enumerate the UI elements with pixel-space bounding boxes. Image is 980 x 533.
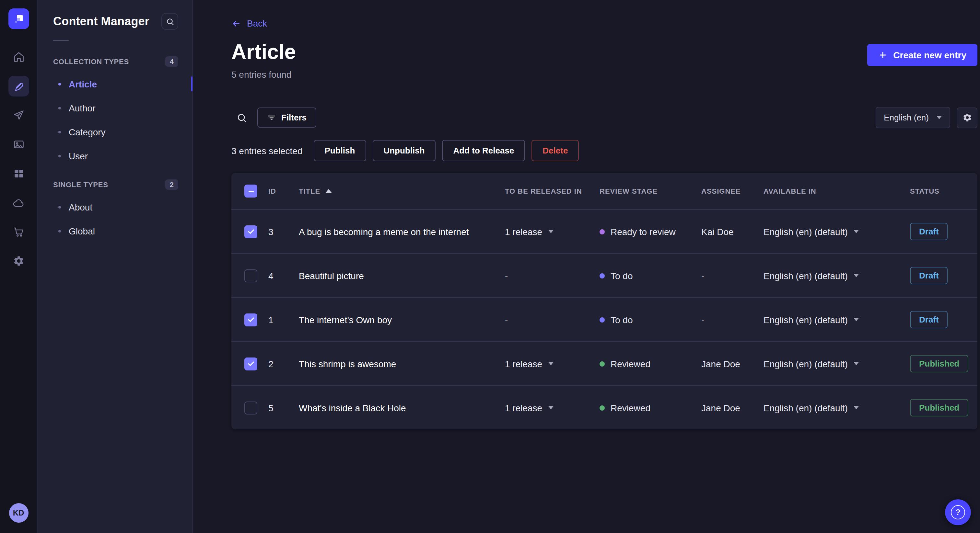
sidebar-item-label: Global <box>69 226 95 236</box>
cell-id: 3 <box>268 226 299 237</box>
column-header-id[interactable]: ID <box>268 187 299 195</box>
content-manager-icon[interactable] <box>8 76 29 97</box>
row-checkbox[interactable] <box>244 401 257 414</box>
column-header-title[interactable]: TITLE <box>299 187 505 195</box>
home-icon[interactable] <box>8 47 29 67</box>
chevron-down-icon <box>548 230 553 233</box>
page-title: Article <box>231 41 296 63</box>
unpublish-button[interactable]: Unpublish <box>372 140 436 161</box>
filters-button[interactable]: Filters <box>257 108 316 128</box>
table-header: ID TITLE TO BE RELEASED IN REVIEW STAGE … <box>231 173 977 209</box>
back-link[interactable]: Back <box>231 18 267 29</box>
sidebar-item-user[interactable]: User <box>38 144 192 168</box>
stage-dot-icon <box>600 273 605 278</box>
row-checkbox[interactable] <box>244 313 257 326</box>
stage-dot-icon <box>600 361 605 366</box>
stage-dot-icon <box>600 229 605 234</box>
cell-title: The internet's Own boy <box>299 314 505 325</box>
cell-available-in[interactable]: English (en) (default) <box>764 270 910 281</box>
sidebar-divider <box>53 40 69 41</box>
sidebar-item-author[interactable]: Author <box>38 96 192 120</box>
cell-assignee: - <box>701 314 764 325</box>
cell-status: Published <box>910 355 977 373</box>
gear-icon[interactable] <box>8 251 29 271</box>
cloud-icon[interactable] <box>8 192 29 213</box>
sidebar-item-category[interactable]: Category <box>38 120 192 144</box>
strapi-logo[interactable] <box>8 8 29 29</box>
entries-count: 5 entries found <box>231 69 296 80</box>
table-row[interactable]: 1 The internet's Own boy - To do - Engli… <box>231 297 977 341</box>
delete-button[interactable]: Delete <box>531 140 579 161</box>
cell-assignee: Jane Doe <box>701 403 764 413</box>
create-new-entry-button[interactable]: Create new entry <box>867 44 977 66</box>
bullet-icon <box>58 206 61 208</box>
column-header-release[interactable]: TO BE RELEASED IN <box>505 187 600 195</box>
media-library-icon[interactable] <box>8 134 29 155</box>
table-row[interactable]: 4 Beautiful picture - To do - English (e… <box>231 253 977 297</box>
cell-status: Draft <box>910 311 977 328</box>
filter-icon <box>267 113 276 122</box>
column-header-status[interactable]: STATUS <box>910 187 977 195</box>
row-checkbox[interactable] <box>244 357 257 370</box>
cell-release[interactable]: 1 release <box>505 359 600 369</box>
row-checkbox[interactable] <box>244 225 257 238</box>
status-badge: Published <box>910 355 968 373</box>
status-badge: Draft <box>910 223 948 240</box>
status-badge: Draft <box>910 267 948 284</box>
cell-assignee: - <box>701 270 764 281</box>
section-count-badge: 2 <box>165 179 178 190</box>
app-window: KD Content Manager COLLECTION TYPES 4 Ar… <box>0 0 980 533</box>
cell-available-in[interactable]: English (en) (default) <box>764 314 910 325</box>
sidebar-item-about[interactable]: About <box>38 195 192 219</box>
column-header-available-in[interactable]: AVAILABLE IN <box>764 187 910 195</box>
row-checkbox[interactable] <box>244 269 257 282</box>
cell-id: 2 <box>268 359 299 369</box>
bullet-icon <box>58 106 61 109</box>
cart-icon[interactable] <box>8 222 29 242</box>
sidebar-title: Content Manager <box>53 14 150 28</box>
cell-id: 4 <box>268 270 299 281</box>
add-to-release-button[interactable]: Add to Release <box>442 140 525 161</box>
search-icon <box>237 113 247 123</box>
status-badge: Draft <box>910 311 948 328</box>
search-icon <box>165 17 174 25</box>
sidebar-item-article[interactable]: Article <box>38 72 192 96</box>
strapi-logo-icon <box>13 13 24 25</box>
table-row[interactable]: 5 What's inside a Black Hole 1 release R… <box>231 385 977 429</box>
user-avatar[interactable]: KD <box>9 503 28 523</box>
sidebar-item-label: About <box>69 202 92 212</box>
layout-grid-icon[interactable] <box>8 163 29 184</box>
cell-title: This shrimp is awesome <box>299 359 505 369</box>
paper-plane-icon[interactable] <box>8 105 29 125</box>
main-nav: KD <box>0 0 38 533</box>
table-row[interactable]: 2 This shrimp is awesome 1 release Revie… <box>231 341 977 385</box>
arrow-left-icon <box>231 19 241 28</box>
cell-available-in[interactable]: English (en) (default) <box>764 403 910 413</box>
view-settings-button[interactable] <box>957 107 977 128</box>
column-header-review-stage[interactable]: REVIEW STAGE <box>600 187 701 195</box>
cell-available-in[interactable]: English (en) (default) <box>764 226 910 237</box>
cell-release[interactable]: - <box>505 314 600 325</box>
stage-dot-icon <box>600 405 605 410</box>
cell-release[interactable]: 1 release <box>505 403 600 413</box>
sidebar-item-global[interactable]: Global <box>38 219 192 243</box>
table-row[interactable]: 3 A bug is becoming a meme on the intern… <box>231 209 977 253</box>
chevron-down-icon <box>854 274 859 277</box>
cell-release[interactable]: 1 release <box>505 226 600 237</box>
cell-release[interactable]: - <box>505 270 600 281</box>
chevron-down-icon <box>854 318 859 321</box>
column-header-assignee[interactable]: ASSIGNEE <box>701 187 764 195</box>
cell-status: Draft <box>910 223 977 240</box>
sidebar-search-button[interactable] <box>161 13 178 30</box>
publish-button[interactable]: Publish <box>313 140 366 161</box>
chevron-down-icon <box>854 406 859 409</box>
cell-available-in[interactable]: English (en) (default) <box>764 359 910 369</box>
help-button[interactable]: ? <box>945 499 971 525</box>
main-nav-items <box>8 47 29 271</box>
cell-review-stage: To do <box>600 314 701 325</box>
locale-select[interactable]: English (en) <box>875 107 950 128</box>
section-count-badge: 4 <box>165 56 178 67</box>
search-button[interactable] <box>231 107 252 128</box>
select-all-checkbox[interactable] <box>244 185 257 198</box>
cell-review-stage: Reviewed <box>600 403 701 413</box>
